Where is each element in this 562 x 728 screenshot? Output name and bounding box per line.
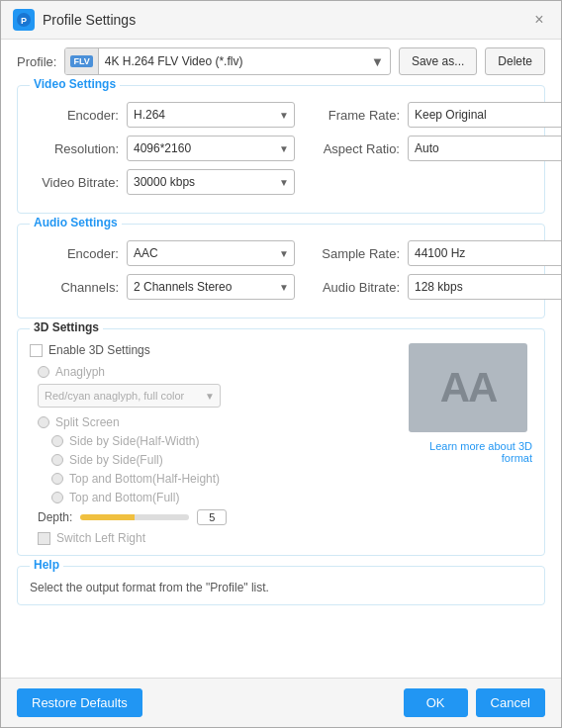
top-bottom-half-row: Top and Bottom(Half-Height) bbox=[51, 472, 394, 486]
resolution-label: Resolution: bbox=[30, 141, 119, 156]
aspect-ratio-select[interactable]: Auto ▼ bbox=[408, 136, 561, 161]
video-settings-section: Video Settings Encoder: H.264 ▼ Resoluti… bbox=[17, 85, 545, 214]
audio-encoder-value: AAC bbox=[128, 246, 274, 260]
video-bitrate-value: 30000 kbps bbox=[128, 175, 274, 189]
split-full-label: Side by Side(Full) bbox=[69, 453, 163, 467]
split-sub-options: Side by Side(Half-Width) Side by Side(Fu… bbox=[30, 434, 394, 504]
video-left-col: Encoder: H.264 ▼ Resolution: 4096*2160 ▼ bbox=[30, 102, 295, 203]
delete-button[interactable]: Delete bbox=[485, 47, 545, 75]
settings-3d-section: 3D Settings Enable 3D Settings Anaglyph bbox=[17, 328, 545, 556]
frame-rate-select[interactable]: Keep Original ▼ bbox=[408, 102, 561, 128]
depth-number-input[interactable]: 5 bbox=[197, 509, 227, 525]
switch-left-right-row: Switch Left Right bbox=[38, 531, 394, 545]
profile-select[interactable]: FLV 4K H.264 FLV Video (*.flv) ▼ bbox=[64, 47, 390, 75]
flv-badge: FLV bbox=[70, 55, 92, 67]
top-bottom-half-radio[interactable] bbox=[51, 473, 63, 485]
switch-left-right-label: Switch Left Right bbox=[56, 531, 145, 545]
top-bottom-full-row: Top and Bottom(Full) bbox=[51, 491, 394, 504]
audio-right-col: Sample Rate: 44100 Hz ▼ Audio Bitrate: 1… bbox=[311, 240, 561, 308]
audio-settings-section: Audio Settings Encoder: AAC ▼ Channels: bbox=[17, 224, 545, 318]
settings-3d-left: Enable 3D Settings Anaglyph Red/cyan ana… bbox=[30, 343, 394, 545]
depth-row: Depth: 5 bbox=[38, 509, 394, 525]
dialog-footer: Restore Defaults OK Cancel bbox=[1, 678, 561, 727]
profile-label: Profile: bbox=[17, 54, 56, 69]
split-screen-radio[interactable] bbox=[38, 416, 49, 428]
video-settings-content: Encoder: H.264 ▼ Resolution: 4096*2160 ▼ bbox=[18, 86, 544, 213]
profile-value: 4K H.264 FLV Video (*.flv) bbox=[99, 54, 365, 68]
ok-button[interactable]: OK bbox=[404, 688, 468, 717]
split-full-row: Side by Side(Full) bbox=[51, 453, 394, 467]
learn-more-link[interactable]: Learn more about 3D format bbox=[404, 440, 532, 464]
settings-3d-content: Enable 3D Settings Anaglyph Red/cyan ana… bbox=[18, 329, 544, 555]
video-settings-cols: Encoder: H.264 ▼ Resolution: 4096*2160 ▼ bbox=[30, 102, 532, 203]
split-half-width-radio[interactable] bbox=[51, 435, 63, 447]
profile-icon-box: FLV bbox=[65, 48, 98, 74]
sample-rate-select[interactable]: 44100 Hz ▼ bbox=[408, 240, 561, 266]
resolution-value: 4096*2160 bbox=[128, 141, 274, 155]
help-section: Help Select the output format from the "… bbox=[17, 566, 545, 605]
profile-dropdown-arrow-icon: ▼ bbox=[365, 54, 390, 69]
anaglyph-select[interactable]: Red/cyan anaglyph, full color ▼ bbox=[38, 384, 221, 408]
encoder-arrow-icon: ▼ bbox=[274, 110, 294, 121]
sample-rate-value: 44100 Hz bbox=[409, 246, 555, 260]
cancel-button[interactable]: Cancel bbox=[476, 688, 545, 717]
title-bar: P Profile Settings × bbox=[1, 1, 561, 40]
audio-settings-title: Audio Settings bbox=[30, 216, 122, 229]
preview-letters: AA bbox=[440, 364, 497, 411]
video-bitrate-label: Video Bitrate: bbox=[30, 175, 119, 190]
sample-rate-row: Sample Rate: 44100 Hz ▼ bbox=[311, 240, 561, 266]
anaglyph-label: Anaglyph bbox=[55, 365, 105, 379]
audio-encoder-row: Encoder: AAC ▼ bbox=[30, 240, 295, 266]
dialog-content: Profile: FLV 4K H.264 FLV Video (*.flv) … bbox=[1, 40, 561, 678]
switch-left-right-checkbox[interactable] bbox=[38, 532, 50, 545]
svg-text:P: P bbox=[21, 16, 27, 26]
channels-row: Channels: 2 Channels Stereo ▼ bbox=[30, 274, 295, 300]
anaglyph-radio[interactable] bbox=[38, 366, 49, 378]
frame-rate-label: Frame Rate: bbox=[311, 108, 400, 123]
save-as-button[interactable]: Save as... bbox=[399, 47, 477, 75]
audio-encoder-label: Encoder: bbox=[30, 246, 119, 261]
enable-3d-label: Enable 3D Settings bbox=[48, 343, 150, 357]
profile-settings-dialog: P Profile Settings × Profile: FLV 4K H.2… bbox=[0, 0, 562, 728]
footer-right-buttons: OK Cancel bbox=[404, 688, 545, 717]
split-full-radio[interactable] bbox=[51, 454, 63, 466]
settings-3d-right: AA Learn more about 3D format bbox=[404, 343, 532, 545]
encoder-label: Encoder: bbox=[30, 108, 119, 123]
audio-encoder-select[interactable]: AAC ▼ bbox=[127, 240, 295, 266]
audio-bitrate-arrow-icon: ▼ bbox=[555, 282, 561, 293]
split-half-width-label: Side by Side(Half-Width) bbox=[69, 434, 199, 448]
top-bottom-full-label: Top and Bottom(Full) bbox=[69, 491, 179, 504]
split-screen-row: Split Screen bbox=[30, 415, 394, 429]
audio-bitrate-select[interactable]: 128 kbps ▼ bbox=[408, 274, 561, 300]
audio-settings-cols: Encoder: AAC ▼ Channels: 2 Channels Ster… bbox=[30, 240, 532, 308]
enable-3d-checkbox[interactable] bbox=[30, 344, 43, 357]
close-button[interactable]: × bbox=[529, 10, 549, 30]
encoder-row: Encoder: H.264 ▼ bbox=[30, 102, 295, 128]
resolution-select[interactable]: 4096*2160 ▼ bbox=[127, 136, 295, 161]
video-bitrate-select[interactable]: 30000 kbps ▼ bbox=[127, 169, 295, 195]
sample-rate-arrow-icon: ▼ bbox=[555, 248, 561, 259]
top-bottom-half-label: Top and Bottom(Half-Height) bbox=[69, 472, 220, 486]
top-bottom-full-radio[interactable] bbox=[51, 492, 63, 503]
help-text: Select the output format from the "Profi… bbox=[30, 581, 269, 594]
audio-left-col: Encoder: AAC ▼ Channels: 2 Channels Ster… bbox=[30, 240, 295, 308]
channels-arrow-icon: ▼ bbox=[274, 282, 294, 293]
restore-defaults-button[interactable]: Restore Defaults bbox=[17, 688, 142, 717]
channels-select[interactable]: 2 Channels Stereo ▼ bbox=[127, 274, 295, 300]
encoder-value: H.264 bbox=[128, 108, 274, 122]
depth-slider[interactable] bbox=[80, 514, 189, 520]
split-screen-label: Split Screen bbox=[55, 415, 120, 429]
help-content: Select the output format from the "Profi… bbox=[18, 567, 544, 604]
anaglyph-arrow-icon: ▼ bbox=[200, 391, 220, 402]
audio-settings-content: Encoder: AAC ▼ Channels: 2 Channels Ster… bbox=[18, 225, 544, 318]
channels-value: 2 Channels Stereo bbox=[128, 280, 274, 294]
sample-rate-label: Sample Rate: bbox=[311, 246, 400, 261]
video-bitrate-arrow-icon: ▼ bbox=[274, 177, 294, 188]
frame-rate-value: Keep Original bbox=[409, 108, 555, 122]
aspect-ratio-arrow-icon: ▼ bbox=[555, 143, 561, 154]
resolution-arrow-icon: ▼ bbox=[274, 143, 294, 154]
audio-bitrate-value: 128 kbps bbox=[409, 280, 555, 294]
title-bar-left: P Profile Settings bbox=[13, 9, 136, 31]
encoder-select[interactable]: H.264 ▼ bbox=[127, 102, 295, 128]
dialog-title: Profile Settings bbox=[43, 12, 136, 28]
